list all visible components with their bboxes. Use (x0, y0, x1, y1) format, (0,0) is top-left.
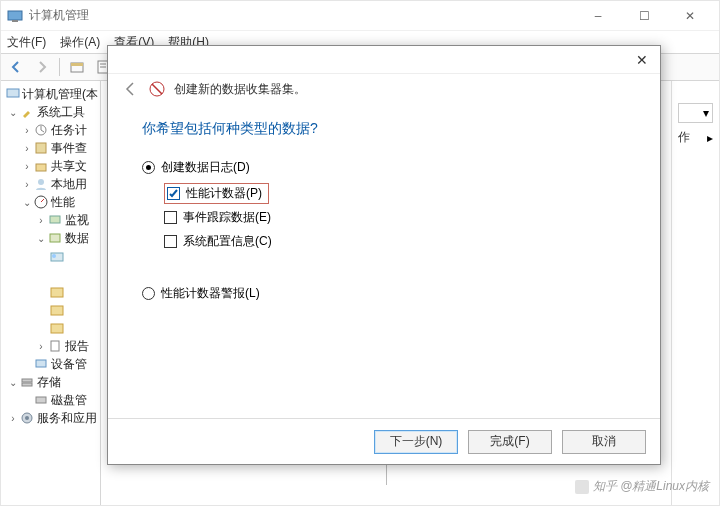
folder-icon (49, 320, 65, 336)
tool-up[interactable] (66, 56, 88, 78)
back-icon[interactable] (122, 80, 140, 98)
menu-action[interactable]: 操作(A) (60, 34, 100, 51)
folder-icon (49, 302, 65, 318)
log-icon (33, 140, 49, 156)
svg-rect-3 (71, 63, 83, 66)
collector-wizard-icon (148, 80, 166, 98)
collector-icon (47, 230, 63, 246)
tree-svc[interactable]: ›服务和应用 (3, 409, 98, 427)
svg-rect-24 (22, 379, 32, 382)
svg-rect-22 (51, 341, 59, 351)
dialog-body: 你希望包括何种类型的数据? 创建数据日志(D) 性能计数器(P) 事件跟踪数据(… (108, 108, 660, 418)
tree-data[interactable]: ⌄数据 (3, 229, 98, 247)
svg-rect-19 (51, 288, 63, 297)
tree-event[interactable]: ›事件查 (3, 139, 98, 157)
radio-icon (142, 161, 155, 174)
tree-share[interactable]: ›共享文 (3, 157, 98, 175)
titlebar: 计算机管理 – ☐ ✕ (1, 1, 719, 31)
tool-forward[interactable] (31, 56, 53, 78)
tree-disk[interactable]: 磁盘管 (3, 391, 98, 409)
check-sysconfig[interactable]: 系统配置信息(C) (164, 230, 626, 252)
checkbox-icon (164, 235, 177, 248)
radio-icon (142, 287, 155, 300)
svg-rect-21 (51, 324, 63, 333)
gauge-icon (33, 194, 49, 210)
window-title: 计算机管理 (29, 7, 575, 24)
check-event-trace[interactable]: 事件跟踪数据(E) (164, 206, 626, 228)
folder-icon (49, 284, 65, 300)
app-icon (7, 8, 23, 24)
tree-panel: 计算机管理(本 ⌄系统工具 ›任务计 ›事件查 ›共享文 ›本地用 ⌄性能 ›监… (1, 81, 101, 505)
system-buttons: – ☐ ✕ (575, 1, 713, 31)
dialog-question: 你希望包括何种类型的数据? (142, 120, 626, 138)
cancel-button[interactable]: 取消 (562, 430, 646, 454)
radio-label: 创建数据日志(D) (161, 159, 250, 176)
svg-point-28 (25, 416, 29, 420)
checkbox-icon (164, 211, 177, 224)
storage-icon (19, 374, 35, 390)
svg-rect-1 (12, 20, 18, 22)
svg-point-18 (52, 254, 56, 258)
user-icon (33, 176, 49, 192)
tree-data-sub1[interactable] (3, 247, 98, 265)
tree-report[interactable]: ›报告 (3, 337, 98, 355)
clock-icon (33, 122, 49, 138)
actions-header[interactable]: ▾ (678, 103, 713, 123)
tree-task[interactable]: ›任务计 (3, 121, 98, 139)
checkbox-icon (167, 187, 180, 200)
dialog-subtitle: 创建新的数据收集器集。 (174, 81, 306, 98)
dialog-close-button[interactable]: ✕ (630, 48, 654, 72)
tree-root[interactable]: 计算机管理(本 (3, 85, 98, 103)
toolbar-separator (59, 58, 60, 76)
tree-data-sub4[interactable] (3, 319, 98, 337)
svg-rect-20 (51, 306, 63, 315)
svg-point-13 (38, 179, 44, 185)
menu-file[interactable]: 文件(F) (7, 34, 46, 51)
radio-perf-alert[interactable]: 性能计数器警报(L) (142, 282, 626, 304)
check-label: 性能计数器(P) (186, 185, 262, 202)
tree-localuser[interactable]: ›本地用 (3, 175, 98, 193)
computer-icon (6, 86, 20, 102)
chevron-right-icon: ▸ (707, 131, 713, 145)
tree-data-sub3[interactable] (3, 301, 98, 319)
wizard-dialog: ✕ 创建新的数据收集器集。 你希望包括何种类型的数据? 创建数据日志(D) 性能… (107, 45, 661, 465)
svg-rect-16 (50, 234, 60, 242)
main-window: 计算机管理 – ☐ ✕ 文件(F) 操作(A) 查看(V) 帮助(H) 计算机管… (0, 0, 720, 506)
tree-data-sub2[interactable] (3, 283, 98, 301)
svg-rect-11 (36, 143, 46, 153)
dialog-header: 创建新的数据收集器集。 (108, 74, 660, 108)
check-label: 事件跟踪数据(E) (183, 209, 271, 226)
svg-rect-12 (36, 164, 46, 171)
tool-back[interactable] (5, 56, 27, 78)
minimize-button[interactable]: – (575, 1, 621, 31)
tree-storage[interactable]: ⌄存储 (3, 373, 98, 391)
tree-devmgr[interactable]: 设备管 (3, 355, 98, 373)
next-button[interactable]: 下一步(N) (374, 430, 458, 454)
tree-perf[interactable]: ⌄性能 (3, 193, 98, 211)
svg-rect-26 (36, 397, 46, 403)
dialog-footer: 下一步(N) 完成(F) 取消 (108, 418, 660, 464)
finish-button[interactable]: 完成(F) (468, 430, 552, 454)
actions-label[interactable]: 作 (678, 129, 690, 146)
share-icon (33, 158, 49, 174)
report-icon (47, 338, 63, 354)
svg-rect-25 (22, 383, 32, 386)
tree-mon[interactable]: ›监视 (3, 211, 98, 229)
monitor-icon (47, 212, 63, 228)
tree-systools[interactable]: ⌄系统工具 (3, 103, 98, 121)
svg-rect-15 (50, 216, 60, 223)
svg-rect-23 (36, 360, 46, 367)
user-collector-icon (49, 248, 65, 264)
chevron-down-icon: ▾ (703, 106, 709, 120)
svg-rect-9 (7, 89, 19, 97)
radio-create-log[interactable]: 创建数据日志(D) (142, 156, 626, 178)
maximize-button[interactable]: ☐ (621, 1, 667, 31)
svg-rect-0 (8, 11, 22, 20)
close-button[interactable]: ✕ (667, 1, 713, 31)
actions-panel: ▾ 作▸ (671, 81, 719, 505)
services-icon (19, 410, 35, 426)
check-label: 系统配置信息(C) (183, 233, 272, 250)
check-perf-counter[interactable]: 性能计数器(P) (164, 182, 626, 204)
device-icon (33, 356, 49, 372)
dialog-titlebar: ✕ (108, 46, 660, 74)
